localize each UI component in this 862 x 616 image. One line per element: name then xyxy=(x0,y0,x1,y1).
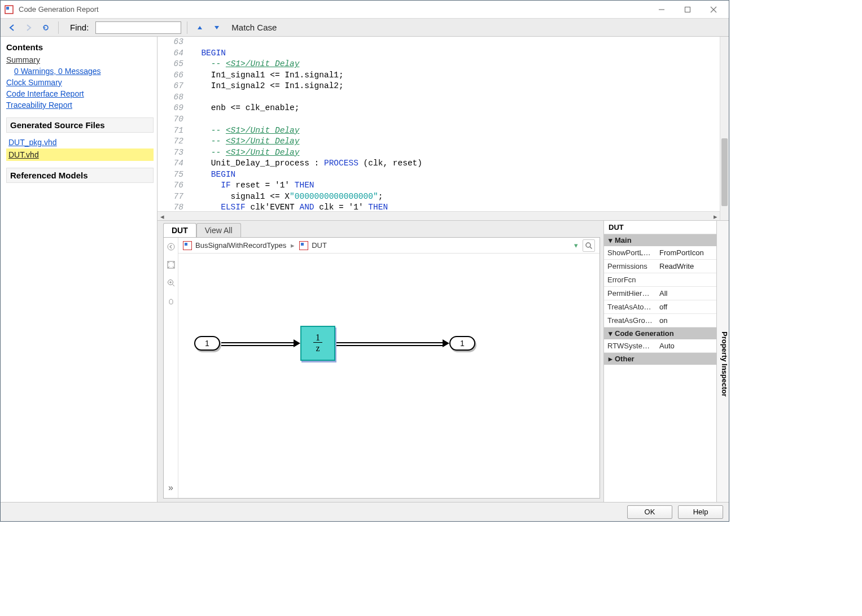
property-row[interactable]: ShowPortLa…FromPortIcon xyxy=(604,246,716,260)
code-line[interactable]: 67 In1_signal2 <= In1.signal2; xyxy=(157,81,720,92)
code-text: -- <S1>/Unit Delay xyxy=(191,125,299,137)
inspector-section-header[interactable]: ▾ Main xyxy=(604,234,716,246)
maximize-button[interactable] xyxy=(675,1,701,18)
referenced-models-section: Referenced Models xyxy=(6,168,154,183)
model-tab[interactable]: View All xyxy=(196,223,241,237)
property-value[interactable]: FromPortIcon xyxy=(656,246,716,259)
property-inspector-tab[interactable]: Property Inspector xyxy=(716,221,729,502)
model-tab[interactable]: DUT xyxy=(163,223,196,237)
sidebar: Contents Summary 0 Warnings, 0 Messages … xyxy=(1,37,157,502)
scroll-right-icon[interactable]: ▸ xyxy=(711,212,720,221)
unit-delay-block[interactable]: 1z xyxy=(300,326,335,361)
code-line[interactable]: 78 ELSIF clk'EVENT AND clk = '1' THEN xyxy=(157,202,720,211)
inspector-section-header[interactable]: ▾ Code Generation xyxy=(604,327,716,339)
dialog-footer: OK Help xyxy=(1,502,729,521)
window-title: Code Generation Report xyxy=(19,5,99,14)
find-prev-button[interactable] xyxy=(193,21,207,34)
code-text: Unit_Delay_1_process : PROCESS (clk, res… xyxy=(191,158,422,169)
link-clock-summary[interactable]: Clock Summary xyxy=(6,77,154,88)
canvas-search-button[interactable] xyxy=(583,239,595,252)
code-line[interactable]: 71 -- <S1>/Unit Delay xyxy=(157,125,720,137)
code-line[interactable]: 75 BEGIN xyxy=(157,169,720,181)
outport-block[interactable]: 1 xyxy=(449,336,475,351)
fit-to-view-icon[interactable] xyxy=(165,259,177,270)
close-button[interactable] xyxy=(701,1,727,18)
code-text: -- <S1>/Unit Delay xyxy=(191,59,299,70)
nav-back-icon[interactable] xyxy=(165,241,177,252)
scroll-thumb[interactable] xyxy=(721,138,728,206)
nav-back-button[interactable] xyxy=(5,21,19,34)
code-hscrollbar[interactable]: ◂ ▸ xyxy=(157,211,720,220)
property-value[interactable]: Auto xyxy=(656,339,716,352)
line-number: 64 xyxy=(157,48,191,59)
property-value[interactable] xyxy=(656,273,716,286)
code-line[interactable]: 69 enb <= clk_enable; xyxy=(157,103,720,114)
code-line[interactable]: 72 -- <S1>/Unit Delay xyxy=(157,136,720,147)
line-number: 68 xyxy=(157,92,191,103)
property-value[interactable]: off xyxy=(656,300,716,313)
scroll-left-icon[interactable]: ◂ xyxy=(157,212,167,221)
code-line[interactable]: 64 BEGIN xyxy=(157,48,720,59)
inspector-title: DUT xyxy=(604,221,716,234)
line-number: 66 xyxy=(157,70,191,81)
file-link[interactable]: DUT.vhd xyxy=(6,148,154,161)
breadcrumb-dropdown-icon[interactable]: ▾ xyxy=(574,241,578,250)
code-vscrollbar[interactable] xyxy=(720,37,729,220)
code-line[interactable]: 63 xyxy=(157,37,720,48)
help-button[interactable]: Help xyxy=(678,505,723,519)
code-line[interactable]: 68 xyxy=(157,92,720,103)
code-text: In1_signal2 <= In1.signal2; xyxy=(191,81,344,92)
code-line[interactable]: 73 -- <S1>/Unit Delay xyxy=(157,147,720,159)
code-line[interactable]: 70 xyxy=(157,114,720,125)
property-row[interactable]: RTWSystem…Auto xyxy=(604,339,716,353)
property-name: Permissions xyxy=(604,260,656,273)
model-icon xyxy=(299,241,308,250)
svg-rect-1 xyxy=(6,7,9,10)
separator xyxy=(58,21,59,34)
property-value[interactable]: on xyxy=(656,314,716,327)
code-text: -- <S1>/Unit Delay xyxy=(191,136,299,147)
link-warnings-messages[interactable]: 0 Warnings, 0 Messages xyxy=(6,65,154,77)
line-number: 72 xyxy=(157,136,191,147)
link-summary[interactable]: Summary xyxy=(6,54,154,65)
expand-icon[interactable]: » xyxy=(165,482,177,493)
window-controls xyxy=(649,1,727,18)
code-view[interactable]: 6364 BEGIN65 -- <S1>/Unit Delay66 In1_si… xyxy=(157,37,720,211)
property-value[interactable]: ReadWrite xyxy=(656,260,716,273)
inport-block[interactable]: 1 xyxy=(194,336,220,351)
link-traceability-report[interactable]: Traceability Report xyxy=(6,99,154,111)
inspector-section-header[interactable]: ▸ Other xyxy=(604,353,716,365)
code-text: ELSIF clk'EVENT AND clk = '1' THEN xyxy=(191,202,388,211)
svg-line-13 xyxy=(590,247,592,249)
code-line[interactable]: 65 -- <S1>/Unit Delay xyxy=(157,59,720,70)
zoom-in-icon[interactable] xyxy=(165,277,177,289)
property-row[interactable]: ErrorFcn xyxy=(604,273,716,287)
breadcrumb-leaf[interactable]: DUT xyxy=(299,241,327,250)
code-line[interactable]: 76 IF reset = '1' THEN xyxy=(157,180,720,191)
link-code-interface-report[interactable]: Code Interface Report xyxy=(6,88,154,99)
property-row[interactable]: TreatAsGrou…on xyxy=(604,314,716,327)
property-value[interactable]: All xyxy=(656,287,716,300)
diagram-canvas[interactable]: 1 1z 1 xyxy=(178,254,600,498)
generated-files-title: Generated Source Files xyxy=(6,117,154,133)
code-line[interactable]: 74 Unit_Delay_1_process : PROCESS (clk, … xyxy=(157,158,720,169)
code-line[interactable]: 77 signal1 <= X"0000000000000000"; xyxy=(157,191,720,203)
unit-delay-label: 1z xyxy=(313,333,322,353)
property-row[interactable]: PermissionsReadWrite xyxy=(604,260,716,273)
match-case-label[interactable]: Match Case xyxy=(231,23,277,32)
property-row[interactable]: PermitHierar…All xyxy=(604,287,716,300)
property-row[interactable]: TreatAsAto…off xyxy=(604,300,716,314)
code-line[interactable]: 66 In1_signal1 <= In1.signal1; xyxy=(157,70,720,81)
pan-icon[interactable] xyxy=(165,295,177,307)
nav-forward-button[interactable] xyxy=(22,21,36,34)
find-input[interactable] xyxy=(95,21,181,34)
breadcrumb-root[interactable]: BusSignalWithRecordTypes xyxy=(183,241,286,250)
file-link[interactable]: DUT_pkg.vhd xyxy=(6,136,154,148)
minimize-button[interactable] xyxy=(649,1,675,18)
model-viewer-column: DUTView All » BusSignalWithRecordTypes xyxy=(157,221,603,502)
signal-line xyxy=(336,342,445,343)
refresh-button[interactable] xyxy=(39,21,52,34)
arrowhead-icon xyxy=(443,339,449,347)
find-next-button[interactable] xyxy=(210,21,224,34)
ok-button[interactable]: OK xyxy=(627,505,672,519)
